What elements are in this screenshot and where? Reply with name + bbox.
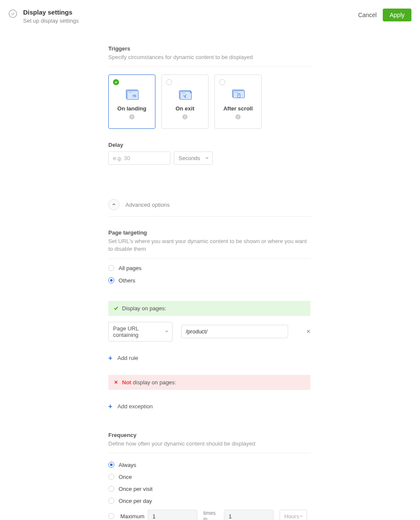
- svg-point-14: [236, 92, 237, 93]
- radio-label: Always: [119, 462, 136, 468]
- add-rule-label: Add rule: [117, 355, 138, 361]
- radio-label: Once: [119, 474, 132, 480]
- rule-type-value: Page URL containing: [113, 325, 160, 338]
- svg-point-8: [182, 93, 183, 94]
- radio-others[interactable]: Others: [108, 277, 310, 284]
- remove-rule-button[interactable]: ×: [307, 328, 310, 335]
- radio-all-pages[interactable]: All pages: [108, 265, 310, 271]
- page-subtitle: Set up display settings: [23, 18, 358, 24]
- page-title: Display settings: [23, 9, 358, 16]
- radio-icon: [108, 277, 114, 283]
- svg-point-10: [184, 93, 185, 94]
- add-rule-button[interactable]: + Add rule: [108, 354, 310, 362]
- not-rest-text: display on pages:: [131, 379, 176, 386]
- svg-point-3: [130, 92, 131, 93]
- max-unit-select[interactable]: Hours: [280, 510, 307, 520]
- chevron-down-icon: [299, 514, 303, 518]
- trigger-label: On landing: [117, 105, 146, 112]
- check-icon: [113, 306, 119, 311]
- page-targeting-title: Page targeting: [108, 229, 310, 236]
- chevron-up-icon: [112, 202, 116, 207]
- radio-icon: [108, 498, 114, 504]
- advanced-toggle-button[interactable]: [108, 199, 119, 210]
- max-period-input[interactable]: [224, 510, 274, 520]
- not-display-banner: Not display on pages:: [108, 375, 310, 390]
- delay-unit-value: Seconds: [179, 155, 200, 161]
- radio-empty-icon: [219, 79, 225, 85]
- check-icon: [113, 79, 119, 85]
- radio-once-per-day[interactable]: Once per day: [108, 498, 310, 504]
- radio-once-per-visit[interactable]: Once per visit: [108, 486, 310, 492]
- rule-value-input[interactable]: [181, 325, 288, 338]
- radio-label: Maximum: [120, 513, 142, 520]
- trigger-after-scroll[interactable]: After scroll i: [214, 74, 262, 129]
- svg-point-15: [237, 92, 238, 93]
- frequency-title: Frequency: [108, 432, 310, 438]
- advanced-label: Advanced options: [125, 202, 170, 208]
- max-times-input[interactable]: [148, 510, 197, 520]
- radio-icon: [108, 513, 114, 519]
- landing-icon: Hi: [124, 87, 140, 100]
- exit-icon: [177, 87, 193, 100]
- check-circle-icon: [9, 9, 17, 18]
- cancel-button[interactable]: Cancel: [358, 12, 377, 18]
- display-on-banner: Display on pages:: [108, 301, 310, 316]
- add-exception-button[interactable]: + Add exception: [108, 403, 310, 410]
- svg-point-4: [131, 92, 132, 93]
- radio-label: Once per day: [119, 498, 152, 504]
- times-in-label: times in: [203, 510, 218, 520]
- trigger-on-landing[interactable]: Hi On landing i: [108, 74, 155, 129]
- info-icon[interactable]: i: [235, 114, 241, 119]
- chevron-down-icon: [205, 156, 209, 160]
- trigger-label: After scroll: [223, 105, 253, 112]
- rule-type-select[interactable]: Page URL containing: [108, 322, 173, 342]
- radio-maximum[interactable]: Maximum times in Hours: [108, 510, 310, 520]
- frequency-subtitle: Define how often your dynamic content sh…: [108, 440, 310, 448]
- plus-icon: +: [108, 403, 112, 410]
- radio-once[interactable]: Once: [108, 474, 310, 480]
- add-exception-label: Add exception: [117, 403, 152, 410]
- max-unit-value: Hours: [284, 513, 299, 520]
- radio-label: All pages: [119, 265, 141, 271]
- trigger-label: On exit: [176, 105, 194, 112]
- svg-point-9: [183, 93, 184, 94]
- delay-input[interactable]: [108, 152, 170, 165]
- svg-point-13: [235, 92, 236, 93]
- radio-empty-icon: [166, 79, 172, 85]
- radio-icon: [108, 265, 114, 271]
- close-icon: [113, 380, 119, 385]
- radio-always[interactable]: Always: [108, 462, 310, 468]
- delay-label: Delay: [108, 142, 310, 148]
- radio-label: Others: [119, 277, 135, 284]
- svg-text:Hi: Hi: [133, 94, 137, 98]
- svg-rect-12: [233, 91, 245, 98]
- radio-label: Once per visit: [119, 486, 152, 492]
- apply-button[interactable]: Apply: [383, 9, 411, 21]
- info-icon[interactable]: i: [182, 114, 188, 119]
- radio-icon: [108, 474, 114, 480]
- radio-icon: [108, 462, 114, 468]
- banner-text: Display on pages:: [122, 305, 166, 312]
- plus-icon: +: [108, 354, 112, 362]
- not-text: Not: [122, 379, 131, 386]
- info-icon[interactable]: i: [129, 114, 134, 119]
- radio-icon: [108, 486, 114, 492]
- triggers-title: Triggers: [108, 45, 310, 52]
- scroll-icon: [230, 87, 246, 100]
- delay-unit-select[interactable]: Seconds: [174, 152, 213, 165]
- svg-rect-7: [180, 92, 192, 100]
- svg-point-2: [129, 92, 130, 93]
- chevron-down-icon: [165, 330, 169, 333]
- trigger-on-exit[interactable]: On exit i: [161, 74, 209, 129]
- triggers-subtitle: Specify circumstances for dynamic conten…: [108, 53, 310, 61]
- page-targeting-subtitle: Set URL's where you want your dynamic co…: [108, 238, 310, 253]
